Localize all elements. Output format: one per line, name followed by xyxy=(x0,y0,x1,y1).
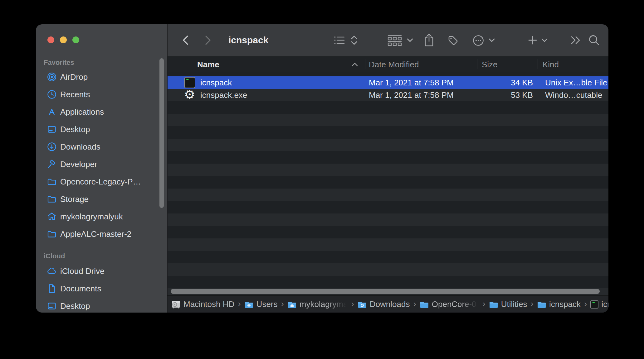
folder-icon xyxy=(47,194,57,204)
view-mode-button[interactable] xyxy=(334,35,345,45)
appstore-icon xyxy=(47,107,57,117)
horizontal-scrollbar[interactable] xyxy=(171,289,600,294)
sidebar-item-airdrop[interactable]: AirDrop xyxy=(36,68,167,86)
double-chevron-right-icon xyxy=(570,36,581,45)
sidebar-item-storage[interactable]: Storage xyxy=(36,190,167,208)
breadcrumb-utilities[interactable]: Utilities xyxy=(489,299,527,309)
breadcrumb-home[interactable]: mykolagryma xyxy=(287,299,348,309)
sidebar-item-applealc[interactable]: AppleALC-master-2 xyxy=(36,225,167,243)
sidebar-item-label: iCloud Drive xyxy=(60,266,105,276)
column-header-date[interactable]: Date Modified xyxy=(369,56,419,73)
breadcrumb-label: icnspack xyxy=(601,299,608,309)
breadcrumb-separator: › xyxy=(482,299,485,308)
table-row[interactable]: icnspack Mar 1, 2021 at 7:58 PM 34 KB Un… xyxy=(168,76,608,89)
file-date: Mar 1, 2021 at 7:58 PM xyxy=(369,89,454,101)
column-header-size[interactable]: Size xyxy=(482,56,498,73)
column-divider[interactable] xyxy=(365,59,365,69)
ellipsis-circle-icon xyxy=(472,35,484,46)
row-stripes xyxy=(168,76,608,295)
list-column-header: Name Date Modified Size Kind xyxy=(167,56,608,72)
file-kind: Windo…cutable xyxy=(545,89,607,101)
new-item-button[interactable] xyxy=(528,36,537,45)
breadcrumb-icnspack-file[interactable]: icnspack xyxy=(590,299,608,309)
airdrop-icon xyxy=(47,72,57,82)
path-bar: Macintosh HD › Users › mykolagryma › xyxy=(167,295,608,313)
chevron-right-icon xyxy=(204,35,212,45)
sidebar-item-desktop[interactable]: Desktop xyxy=(36,121,167,138)
breadcrumb-label: Macintosh HD xyxy=(183,299,234,309)
sidebar-item-downloads[interactable]: Downloads xyxy=(36,138,167,156)
sidebar-item-icloud-drive[interactable]: iCloud Drive xyxy=(36,262,167,280)
sidebar-item-label: Downloads xyxy=(60,142,100,152)
sidebar-item-label: Storage xyxy=(60,194,89,204)
terminal-file-icon xyxy=(590,300,598,309)
sidebar-item-desktop-icloud[interactable]: Desktop xyxy=(36,297,167,313)
back-button[interactable] xyxy=(182,35,189,45)
downloads-icon xyxy=(47,142,57,152)
share-button[interactable] xyxy=(423,33,435,47)
breadcrumb-label: Users xyxy=(256,299,278,309)
more-actions-chevron[interactable] xyxy=(488,38,495,42)
column-divider[interactable] xyxy=(538,59,538,69)
sidebar: Favorites AirDrop Recents Applications xyxy=(36,24,167,313)
file-size: 53 KB xyxy=(477,89,533,101)
breadcrumb-label: OpenCore-0- xyxy=(432,299,479,309)
gear-exe-icon: ⚙ xyxy=(184,89,195,100)
finder-window: Favorites AirDrop Recents Applications xyxy=(36,24,608,313)
file-list: icnspack Mar 1, 2021 at 7:58 PM 34 KB Un… xyxy=(167,72,608,295)
column-header-name[interactable]: Name xyxy=(197,56,219,73)
sort-direction-button[interactable] xyxy=(350,35,358,46)
close-window-button[interactable] xyxy=(47,36,54,43)
group-by-chevron[interactable] xyxy=(407,38,413,42)
zoom-window-button[interactable] xyxy=(72,36,79,43)
sidebar-item-label: Opencore-Legacy-P… xyxy=(60,177,141,187)
folder-icon xyxy=(47,177,57,187)
sidebar-item-label: Developer xyxy=(60,160,97,169)
breadcrumb-separator: › xyxy=(281,299,284,308)
breadcrumb-separator: › xyxy=(238,299,241,308)
sidebar-item-developer[interactable]: Developer xyxy=(36,156,167,173)
tag-button[interactable] xyxy=(447,35,459,46)
breadcrumb-icnspack-folder[interactable]: icnspack xyxy=(537,299,581,309)
sidebar-item-opencore-legacy[interactable]: Opencore-Legacy-P… xyxy=(36,173,167,190)
sidebar-item-label: Documents xyxy=(60,284,101,294)
breadcrumb-downloads[interactable]: Downloads xyxy=(358,299,410,309)
sidebar-item-documents[interactable]: Documents xyxy=(36,280,167,297)
tag-icon xyxy=(447,35,459,46)
column-divider[interactable] xyxy=(477,59,477,69)
breadcrumb-users[interactable]: Users xyxy=(244,299,278,309)
list-view-icon xyxy=(334,35,345,45)
sidebar-item-home[interactable]: mykolagrymalyuk xyxy=(36,208,167,225)
desktop-icon xyxy=(47,124,57,134)
breadcrumb-separator: › xyxy=(351,299,354,308)
sidebar-item-label: AppleALC-master-2 xyxy=(60,229,131,239)
table-row[interactable]: ⚙ icnspack.exe Mar 1, 2021 at 7:58 PM 53… xyxy=(168,89,608,101)
sidebar-scrollbar[interactable] xyxy=(159,58,164,208)
minimize-window-button[interactable] xyxy=(60,36,67,43)
forward-button[interactable] xyxy=(204,35,212,45)
more-actions-button[interactable] xyxy=(472,35,484,46)
folder-blue-icon xyxy=(420,300,429,309)
toolbar-overflow-button[interactable] xyxy=(570,36,581,45)
sidebar-item-label: Recents xyxy=(60,90,90,99)
desktop-icon xyxy=(47,301,57,311)
chevron-down-icon xyxy=(407,38,413,42)
column-header-kind[interactable]: Kind xyxy=(543,56,559,73)
breadcrumb-separator: › xyxy=(413,299,416,308)
window-title: icnspack xyxy=(228,24,268,56)
terminal-file-icon xyxy=(184,77,195,88)
breadcrumb-macintosh-hd[interactable]: Macintosh HD xyxy=(171,299,234,309)
new-item-chevron[interactable] xyxy=(541,38,548,42)
group-by-button[interactable] xyxy=(387,35,402,46)
sidebar-item-applications[interactable]: Applications xyxy=(36,103,167,121)
breadcrumb-separator: › xyxy=(531,299,534,308)
sidebar-item-label: Applications xyxy=(60,107,104,117)
sidebar-item-recents[interactable]: Recents xyxy=(36,86,167,103)
plus-icon xyxy=(528,36,537,45)
share-icon xyxy=(423,33,435,47)
search-button[interactable] xyxy=(588,34,600,46)
breadcrumb-opencore[interactable]: OpenCore-0- xyxy=(420,299,479,309)
file-size: 34 KB xyxy=(477,76,533,89)
hammer-icon xyxy=(47,159,57,169)
folder-users-icon xyxy=(244,300,254,309)
